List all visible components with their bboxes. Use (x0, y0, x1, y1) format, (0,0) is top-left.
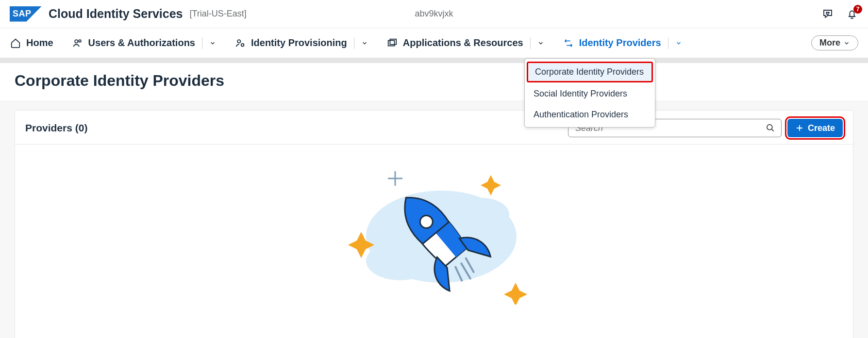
nav-more-label: More (819, 38, 840, 48)
svg-point-3 (79, 40, 81, 42)
nav-applications-label: Applications & Resources (403, 37, 523, 48)
panel-header: Providers (0) Create (15, 110, 853, 145)
svg-point-11 (456, 198, 509, 232)
feedback-icon[interactable] (821, 8, 834, 20)
svg-point-2 (75, 40, 78, 43)
users-icon (72, 37, 83, 49)
svg-point-10 (366, 241, 434, 280)
nav-provisioning-label: Identity Provisioning (251, 37, 347, 48)
empty-state-illustration (15, 145, 853, 319)
nav-users[interactable]: Users & Authorizations (72, 37, 216, 49)
panel-title: Providers (0) (25, 122, 87, 134)
plus-icon (795, 124, 804, 132)
search-icon (766, 123, 775, 133)
dropdown-corporate-idp[interactable]: Corporate Identity Providers (527, 62, 653, 82)
svg-point-5 (241, 43, 244, 46)
tenant-id: abv9kvjxk (415, 9, 453, 19)
nav-identity-providers[interactable]: Identity Providers (563, 37, 682, 49)
sap-logo: SAP (10, 6, 42, 22)
content-area: Providers (0) Create (0, 100, 868, 338)
svg-point-4 (237, 40, 240, 43)
nav-more-button[interactable]: More (811, 35, 858, 50)
notification-badge: 7 (853, 5, 862, 14)
notification-icon[interactable]: 7 (846, 8, 858, 20)
shell-bar: SAP Cloud Identity Services [Trial-US-Ea… (0, 0, 868, 28)
providers-panel: Providers (0) Create (15, 110, 853, 338)
nav-users-label: Users & Authorizations (88, 37, 195, 48)
page-header: Corporate Identity Providers (0, 63, 868, 100)
svg-point-1 (828, 12, 829, 13)
identity-providers-dropdown: Corporate Identity Providers Social Iden… (524, 58, 655, 128)
nav-identity-providers-label: Identity Providers (579, 37, 661, 48)
identity-providers-icon (563, 37, 574, 49)
home-icon (10, 37, 21, 49)
app-title: Cloud Identity Services (49, 7, 183, 21)
svg-rect-6 (388, 40, 395, 46)
chevron-down-icon (843, 40, 850, 47)
svg-rect-7 (390, 39, 396, 44)
chevron-down-icon[interactable] (202, 37, 216, 49)
nav-provisioning[interactable]: Identity Provisioning (234, 37, 368, 49)
dropdown-social-idp[interactable]: Social Identity Providers (525, 83, 655, 104)
chevron-down-icon[interactable] (668, 37, 682, 49)
main-nav: Home Users & Authorizations Identity Pro… (0, 28, 868, 58)
separator-band (0, 58, 868, 63)
svg-point-0 (826, 12, 827, 13)
svg-point-8 (767, 125, 772, 130)
nav-applications[interactable]: Applications & Resources (386, 37, 544, 49)
app-subtitle: [Trial-US-East] (189, 9, 246, 19)
page-title: Corporate Identity Providers (15, 72, 853, 90)
create-button-label: Create (808, 123, 835, 133)
nav-home[interactable]: Home (10, 37, 53, 49)
applications-icon (386, 37, 398, 49)
provisioning-icon (234, 37, 246, 49)
chevron-down-icon[interactable] (354, 37, 368, 49)
nav-home-label: Home (26, 37, 53, 48)
chevron-down-icon[interactable] (530, 37, 544, 49)
dropdown-auth-providers[interactable]: Authentication Providers (525, 104, 655, 125)
create-button[interactable]: Create (787, 119, 843, 137)
